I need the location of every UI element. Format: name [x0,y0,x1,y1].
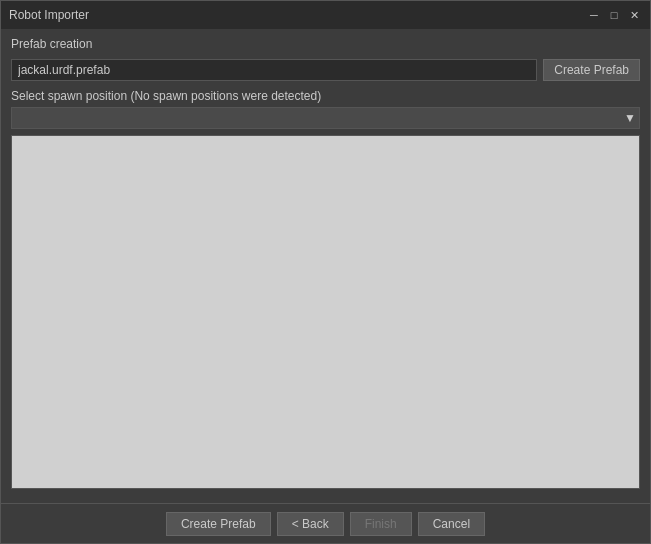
minimize-button[interactable]: ─ [586,7,602,23]
section-title: Prefab creation [11,37,640,51]
prefab-row: Create Prefab [11,59,640,81]
close-button[interactable]: ✕ [626,7,642,23]
window-title: Robot Importer [9,8,89,22]
finish-button[interactable]: Finish [350,512,412,536]
back-button[interactable]: < Back [277,512,344,536]
main-area [11,135,640,489]
spawn-select-wrapper: ▼ [11,107,640,129]
prefab-input[interactable] [11,59,537,81]
spawn-label: Select spawn position (No spawn position… [11,89,640,103]
spawn-select[interactable] [11,107,640,129]
robot-importer-window: Robot Importer ─ □ ✕ Prefab creation Cre… [0,0,651,544]
window-controls: ─ □ ✕ [586,7,642,23]
main-content: Prefab creation Create Prefab Select spa… [1,29,650,503]
create-prefab-top-button[interactable]: Create Prefab [543,59,640,81]
cancel-button[interactable]: Cancel [418,512,485,536]
bottom-create-prefab-button[interactable]: Create Prefab [166,512,271,536]
title-bar: Robot Importer ─ □ ✕ [1,1,650,29]
maximize-button[interactable]: □ [606,7,622,23]
bottom-bar: Create Prefab < Back Finish Cancel [1,503,650,543]
